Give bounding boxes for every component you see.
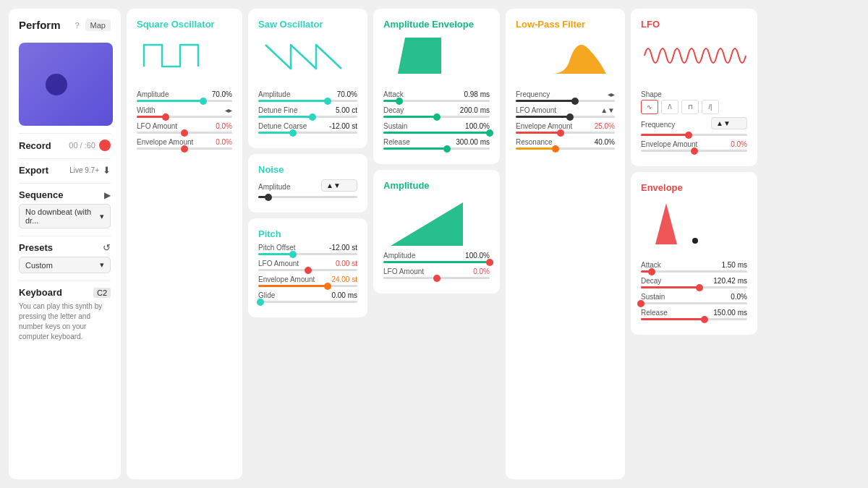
amp-env-attack-slider[interactable]: [383, 100, 490, 102]
amplitude-wave-display: [383, 195, 490, 246]
sq-width-arrows[interactable]: ◂▸: [225, 106, 232, 114]
amp-env-release-value: 300.00 ms: [456, 138, 490, 146]
downbeat-dropdown[interactable]: No downbeat (with dr... ▾: [19, 204, 111, 228]
saw-amplitude-row: Amplitude 70.0%: [258, 90, 357, 98]
keyboard-help-text: You can play this synth by pressing the …: [19, 301, 111, 342]
saw-amplitude-label: Amplitude: [258, 90, 328, 98]
env-sustain-label: Sustain: [641, 293, 718, 301]
lfo-frequency-dropdown[interactable]: ▲▼: [711, 117, 747, 129]
keyboard-section: Keyboard C2 You can play this synth by p…: [19, 281, 111, 342]
noise-dropdown[interactable]: ▲▼: [321, 179, 357, 192]
pitch-lfo-slider[interactable]: [258, 269, 357, 271]
keyboard-note: C2: [93, 288, 111, 298]
lfo-shape-icons: ∿ /\ ⊓ /|: [641, 100, 747, 114]
sq-width-row: Width ◂▸: [137, 106, 232, 114]
saw-osc-title: Saw Oscillator: [258, 19, 357, 30]
sequence-play-button[interactable]: ▶: [104, 190, 111, 200]
pitch-env-value: 24.00 st: [328, 275, 357, 283]
env-sustain-slider[interactable]: [641, 302, 747, 304]
env-release-slider[interactable]: [641, 318, 747, 320]
saw-amplitude-value: 70.0%: [328, 90, 357, 98]
env-attack-row: Attack 1.50 ms: [641, 261, 747, 269]
help-icon[interactable]: ?: [75, 21, 79, 30]
pitch-glide-slider[interactable]: [258, 301, 357, 303]
amp-env-sustain-slider[interactable]: [383, 132, 490, 134]
saw-detune-coarse-value: -12.00 st: [328, 122, 357, 130]
lpf-resonance-label: Resonance: [516, 138, 586, 146]
custom-dropdown[interactable]: Custom ▾: [19, 257, 111, 273]
lfo-shape-sawtooth[interactable]: /|: [702, 100, 719, 114]
sq-env-slider[interactable]: [137, 147, 232, 150]
env-decay-label: Decay: [641, 277, 713, 285]
envelope-title: Envelope: [641, 182, 747, 193]
pitch-lfo-value: 0.00 st: [328, 260, 357, 267]
env-release-value: 150.00 ms: [713, 309, 747, 317]
sq-amplitude-row: Amplitude 70.0%: [137, 90, 232, 98]
amplitude-panel: Amplitude Amplitude 100.0% LFO Amount 0.…: [373, 170, 500, 294]
lpf-resonance-slider[interactable]: [516, 147, 615, 150]
square-osc-title: Square Oscillator: [137, 19, 232, 30]
noise-dropdown-arrow: ▲▼: [326, 181, 341, 189]
saw-amplitude-slider[interactable]: [258, 100, 357, 102]
presets-refresh-icon[interactable]: ↺: [103, 242, 111, 253]
sq-amplitude-slider[interactable]: [137, 100, 232, 102]
amp-amplitude-slider[interactable]: [383, 261, 490, 263]
lfo-env-slider[interactable]: [641, 150, 747, 152]
presets-section: Presets ↺ Custom ▾: [19, 236, 111, 273]
amp-envelope-panel: Amplitude Envelope Attack 0.98 ms Decay …: [373, 9, 500, 164]
env-attack-slider[interactable]: [641, 270, 747, 273]
noise-amplitude-slider[interactable]: [258, 196, 357, 198]
sq-width-slider[interactable]: [137, 116, 232, 118]
amp-env-release-slider[interactable]: [383, 147, 490, 150]
export-section: Export Live 9.7+ ⬇: [19, 158, 111, 176]
record-label: Record: [19, 140, 51, 151]
env-sustain-value: 0.0%: [718, 293, 747, 301]
custom-chevron: ▾: [100, 260, 104, 270]
lpf-frequency-slider[interactable]: [516, 100, 615, 102]
amp-lfo-value: 0.0%: [461, 267, 490, 275]
sq-lfo-label: LFO Amount: [137, 122, 203, 130]
lfo-freq-arrow: ▲▼: [716, 119, 731, 127]
map-button[interactable]: Map: [85, 20, 111, 31]
pitch-glide-label: Glide: [258, 291, 328, 299]
lfo-shape-triangle[interactable]: /\: [661, 100, 678, 114]
pitch-title: Pitch: [258, 228, 357, 239]
pitch-glide-value: 0.00 ms: [328, 291, 357, 299]
lpf-lfo-dropdown[interactable]: ▲▼: [600, 106, 615, 114]
lfo-shape-sine[interactable]: ∿: [641, 100, 658, 114]
sq-lfo-value: 0.0%: [203, 122, 232, 130]
amp-env-attack-label: Attack: [383, 90, 461, 98]
sequence-label: Sequence: [19, 189, 63, 200]
export-download-icon[interactable]: ⬇: [103, 165, 111, 176]
amp-env-title: Amplitude Envelope: [383, 19, 490, 30]
amp-env-decay-slider[interactable]: [383, 116, 490, 118]
pitch-offset-row: Pitch Offset -12.00 st: [258, 244, 357, 252]
amp-lfo-slider[interactable]: [383, 277, 490, 279]
lfo-frequency-slider[interactable]: [641, 134, 747, 136]
pitch-env-slider[interactable]: [258, 285, 357, 287]
pitch-panel: Pitch Pitch Offset -12.00 st LFO Amount …: [248, 218, 367, 317]
saw-detune-fine-value: 5.00 ct: [328, 106, 357, 114]
sq-width-label: Width: [137, 106, 225, 114]
env-decay-value: 120.42 ms: [713, 277, 747, 285]
lfo-shape-square[interactable]: ⊓: [681, 100, 699, 114]
perform-pad[interactable]: [19, 43, 113, 126]
env-decay-slider[interactable]: [641, 286, 747, 288]
presets-label: Presets: [19, 242, 53, 253]
amp-lfo-label: LFO Amount: [383, 267, 461, 275]
lpf-lfo-slider[interactable]: [516, 116, 615, 118]
pitch-offset-slider[interactable]: [258, 253, 357, 255]
lpf-lfo-row: LFO Amount ▲▼: [516, 106, 615, 114]
record-button[interactable]: [99, 140, 111, 151]
saw-wave-display: [258, 34, 357, 85]
saw-detune-coarse-slider[interactable]: [258, 132, 357, 134]
lpf-env-slider[interactable]: [516, 132, 615, 134]
noise-panel: Noise Amplitude ▲▼: [248, 154, 367, 213]
svg-point-3: [692, 238, 698, 244]
svg-marker-1: [391, 202, 463, 246]
sq-lfo-slider[interactable]: [137, 132, 232, 134]
saw-detune-fine-slider[interactable]: [258, 116, 357, 118]
saw-detune-fine-row: Detune Fine 5.00 ct: [258, 106, 357, 114]
lpf-frequency-arrows[interactable]: ◂▸: [608, 90, 615, 98]
pitch-glide-row: Glide 0.00 ms: [258, 291, 357, 299]
